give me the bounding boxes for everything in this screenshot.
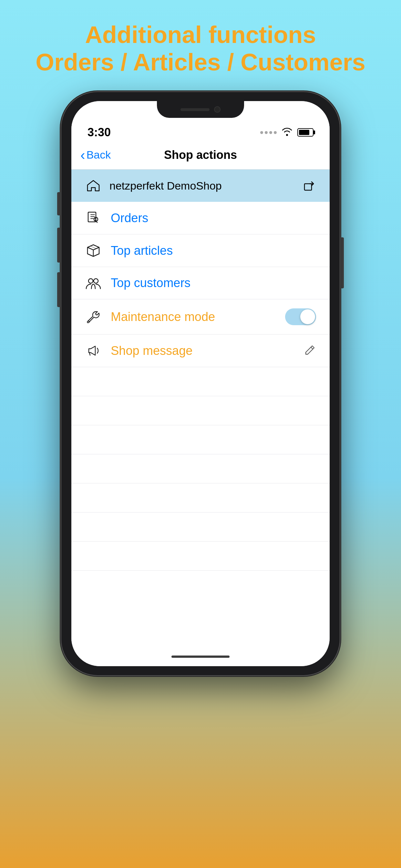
- svg-line-5: [89, 321, 89, 322]
- notch-speaker: [181, 108, 210, 111]
- page-title-line2: Orders / Articles / Customers: [26, 49, 375, 76]
- phone-screen: 3:30: [71, 101, 330, 666]
- svg-point-3: [89, 279, 93, 283]
- page-title-line1: Additional functions: [26, 21, 375, 49]
- volume-down-button[interactable]: [57, 272, 60, 307]
- empty-row-3: [71, 425, 330, 454]
- shop-message-row[interactable]: Shop message: [71, 335, 330, 367]
- customers-icon: [85, 277, 102, 289]
- empty-row-1: [71, 367, 330, 396]
- page-title-block: Additional functions Orders / Articles /…: [0, 0, 401, 92]
- volume-up-button[interactable]: [57, 228, 60, 262]
- empty-row-8: [71, 570, 330, 600]
- signal-icon: [260, 131, 277, 134]
- menu-list: Orders Top articles: [71, 202, 330, 647]
- silent-switch: [57, 192, 60, 215]
- notch: [157, 101, 244, 118]
- shop-message-label: Shop message: [111, 344, 295, 358]
- top-articles-label: Top articles: [111, 244, 316, 258]
- toggle-thumb: [300, 309, 315, 324]
- top-customers-row[interactable]: Top customers: [71, 267, 330, 299]
- edit-icon[interactable]: [304, 344, 316, 358]
- phone-frame: 3:30: [61, 92, 340, 675]
- back-button[interactable]: ‹ Back: [81, 148, 111, 162]
- box-icon: [85, 244, 102, 258]
- megaphone-icon: [85, 344, 102, 358]
- shop-name: netzperfekt DemoShop: [110, 180, 296, 192]
- home-indicator-bar: [172, 655, 229, 658]
- share-icon[interactable]: [303, 179, 316, 193]
- status-icons: [260, 127, 313, 138]
- nav-title: Shop actions: [164, 148, 237, 162]
- top-customers-label: Top customers: [111, 276, 316, 290]
- home-indicator-area: [71, 647, 330, 666]
- empty-row-5: [71, 484, 330, 513]
- notch-area: [71, 101, 330, 124]
- power-button[interactable]: [341, 237, 344, 288]
- home-icon: [85, 179, 102, 193]
- maintenance-toggle[interactable]: [285, 308, 316, 325]
- empty-row-7: [71, 541, 330, 570]
- empty-row-6: [71, 513, 330, 541]
- maintenance-mode-row[interactable]: Maintenance mode: [71, 299, 330, 335]
- status-bar: 3:30: [71, 124, 330, 141]
- back-chevron-icon: ‹: [81, 148, 85, 162]
- maintenance-mode-label: Maintenance mode: [111, 310, 276, 324]
- wifi-icon: [281, 127, 293, 138]
- wrench-icon: [85, 310, 102, 324]
- nav-bar: ‹ Back Shop actions: [71, 141, 330, 169]
- back-label: Back: [87, 149, 111, 161]
- battery-icon: [297, 128, 313, 136]
- shop-header-row[interactable]: netzperfekt DemoShop: [71, 169, 330, 202]
- status-time: 3:30: [88, 126, 111, 139]
- notch-camera: [214, 106, 220, 113]
- empty-row-2: [71, 396, 330, 425]
- orders-label: Orders: [111, 211, 316, 225]
- orders-row[interactable]: Orders: [71, 202, 330, 235]
- orders-icon: [85, 211, 102, 225]
- empty-row-4: [71, 454, 330, 484]
- svg-rect-0: [305, 184, 312, 190]
- top-articles-row[interactable]: Top articles: [71, 235, 330, 267]
- page-wrapper: Additional functions Orders / Articles /…: [0, 0, 401, 868]
- svg-point-4: [94, 279, 98, 283]
